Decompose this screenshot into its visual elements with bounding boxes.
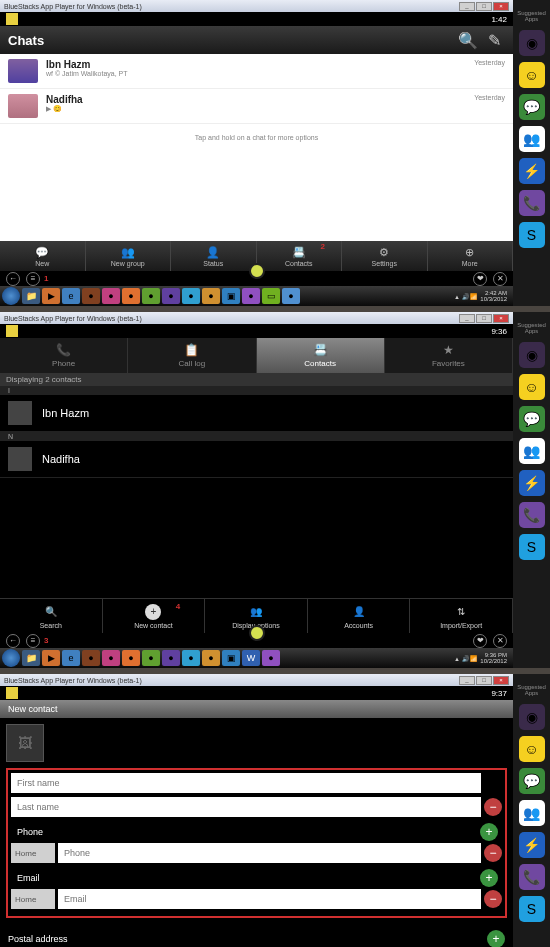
msn-icon[interactable]: 👥	[519, 126, 545, 152]
messenger-icon[interactable]: ⚡	[519, 470, 545, 496]
ie-icon[interactable]: e	[62, 650, 80, 666]
photo-picker[interactable]: 🖼	[6, 724, 44, 762]
nav-status[interactable]: 👤Status	[171, 241, 257, 271]
chat-icon[interactable]: 💬	[519, 768, 545, 794]
maximize-button[interactable]: □	[476, 314, 492, 323]
close-app-button[interactable]: ✕	[493, 272, 507, 286]
viber-icon[interactable]: 📞	[519, 190, 545, 216]
explorer-icon[interactable]: 📁	[22, 288, 40, 304]
tab-favorites[interactable]: ★Favorites	[385, 338, 513, 373]
viber-icon[interactable]: 📞	[519, 864, 545, 890]
app-icon[interactable]: ●	[162, 650, 180, 666]
chat-row[interactable]: Ibn Hazm wf © Jatim Walikotaya, PT Yeste…	[0, 54, 513, 89]
minimize-button[interactable]: _	[459, 2, 475, 11]
kakao-icon[interactable]: ☺	[519, 374, 545, 400]
msn-icon[interactable]: 👥	[519, 438, 545, 464]
app-icon[interactable]: ●	[142, 650, 160, 666]
app-icon-1[interactable]: ◉	[519, 30, 545, 56]
add-postal-button[interactable]: +	[487, 930, 505, 947]
action-new-contact[interactable]: +New contact4	[103, 599, 206, 633]
chat-icon[interactable]: 💬	[519, 406, 545, 432]
back-button[interactable]: ←	[6, 634, 20, 648]
email-type-select[interactable]: Home	[11, 889, 55, 909]
viber-icon[interactable]: 📞	[519, 502, 545, 528]
share-button[interactable]: ❤	[473, 634, 487, 648]
action-accounts[interactable]: 👤Accounts	[308, 599, 411, 633]
nav-more[interactable]: ⊕More	[428, 241, 514, 271]
app-icon-1[interactable]: ◉	[519, 704, 545, 730]
maximize-button[interactable]: □	[476, 2, 492, 11]
email-input[interactable]	[58, 889, 481, 909]
remove-email-button[interactable]: −	[484, 890, 502, 908]
chat-icon[interactable]: 💬	[519, 94, 545, 120]
contact-row[interactable]: Nadifha	[0, 441, 513, 478]
app-icon[interactable]: ●	[202, 650, 220, 666]
add-email-button[interactable]: +	[480, 869, 498, 887]
bluestacks-icon[interactable]: ▣	[222, 288, 240, 304]
app-icon-1[interactable]: ◉	[519, 342, 545, 368]
close-button[interactable]: ×	[493, 676, 509, 685]
app-icon[interactable]: ●	[82, 650, 100, 666]
nav-contacts[interactable]: 📇Contacts2	[257, 241, 343, 271]
back-button[interactable]: ←	[6, 272, 20, 286]
app-icon[interactable]: ●	[82, 288, 100, 304]
start-button[interactable]	[2, 287, 20, 305]
maximize-button[interactable]: □	[476, 676, 492, 685]
app-icon[interactable]: ●	[282, 288, 300, 304]
action-import-export[interactable]: ⇅Import/Export	[410, 599, 513, 633]
app-icon[interactable]: ●	[202, 288, 220, 304]
tab-call-log[interactable]: 📋Call log	[128, 338, 256, 373]
messenger-icon[interactable]: ⚡	[519, 158, 545, 184]
media-icon[interactable]: ▶	[42, 288, 60, 304]
app-icon[interactable]: ●	[162, 288, 180, 304]
nav-new-group[interactable]: 👥New group	[86, 241, 172, 271]
app-icon[interactable]: ●	[102, 650, 120, 666]
skype-icon[interactable]: S	[519, 896, 545, 922]
collapse-button[interactable]: −	[484, 798, 502, 816]
app-icon[interactable]: ●	[182, 288, 200, 304]
explorer-icon[interactable]: 📁	[22, 650, 40, 666]
add-phone-button[interactable]: +	[480, 823, 498, 841]
chat-row[interactable]: Nadifha ▶ 😊 Yesterday	[0, 89, 513, 124]
word-icon[interactable]: W	[242, 650, 260, 666]
nav-settings[interactable]: ⚙Settings	[342, 241, 428, 271]
messenger-icon[interactable]: ⚡	[519, 832, 545, 858]
tab-contacts[interactable]: 📇Contacts	[257, 338, 385, 373]
start-button[interactable]	[2, 649, 20, 667]
app-icon[interactable]: ●	[142, 288, 160, 304]
minimize-button[interactable]: _	[459, 676, 475, 685]
kakao-icon[interactable]: ☺	[519, 62, 545, 88]
minimize-button[interactable]: _	[459, 314, 475, 323]
bluestacks-icon[interactable]: ▣	[222, 650, 240, 666]
menu-button[interactable]: ≡	[26, 272, 40, 286]
app-icon[interactable]: ●	[102, 288, 120, 304]
app-icon[interactable]: ●	[242, 288, 260, 304]
remove-phone-button[interactable]: −	[484, 844, 502, 862]
close-button[interactable]: ×	[493, 314, 509, 323]
close-button[interactable]: ×	[493, 2, 509, 11]
app-icon[interactable]: ●	[122, 288, 140, 304]
search-icon[interactable]: 🔍	[457, 29, 479, 51]
skype-icon[interactable]: S	[519, 222, 545, 248]
close-app-button[interactable]: ✕	[493, 634, 507, 648]
phone-type-select[interactable]: Home	[11, 843, 55, 863]
phone-input[interactable]	[58, 843, 481, 863]
app-icon[interactable]: ▭	[262, 288, 280, 304]
app-icon[interactable]: ●	[122, 650, 140, 666]
skype-icon[interactable]: S	[519, 534, 545, 560]
first-name-input[interactable]	[11, 773, 481, 793]
kakao-icon[interactable]: ☺	[519, 736, 545, 762]
home-badge[interactable]	[249, 625, 265, 641]
tab-phone[interactable]: 📞Phone	[0, 338, 128, 373]
msn-icon[interactable]: 👥	[519, 800, 545, 826]
ie-icon[interactable]: e	[62, 288, 80, 304]
contact-row[interactable]: Ibn Hazm	[0, 395, 513, 432]
media-icon[interactable]: ▶	[42, 650, 60, 666]
home-badge[interactable]	[249, 263, 265, 279]
app-icon[interactable]: ●	[262, 650, 280, 666]
menu-button[interactable]: ≡	[26, 634, 40, 648]
app-icon[interactable]: ●	[182, 650, 200, 666]
share-button[interactable]: ❤	[473, 272, 487, 286]
last-name-input[interactable]	[11, 797, 481, 817]
nav-new[interactable]: 💬New	[0, 241, 86, 271]
